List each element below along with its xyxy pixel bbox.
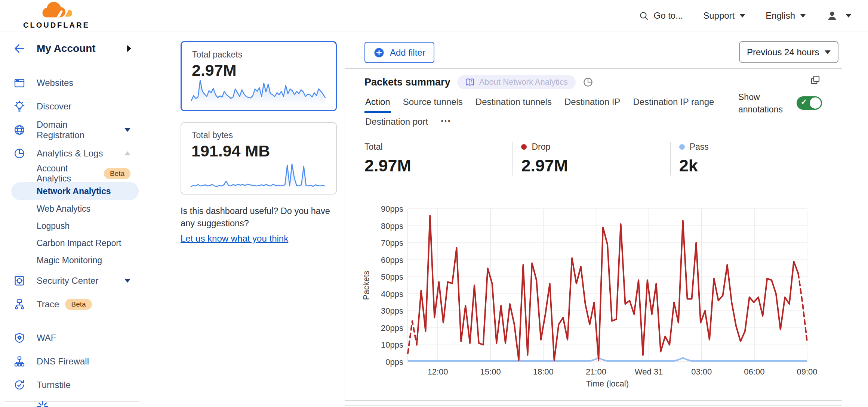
card-label: Total packets — [192, 50, 336, 60]
tab-destination-ip-range[interactable]: Destination IP range — [632, 93, 715, 113]
feedback-link[interactable]: Let us know what you think — [181, 232, 288, 245]
sidebar-item-label: Websites — [37, 78, 130, 88]
add-filter-button[interactable]: Add filter — [364, 42, 434, 63]
cloudflare-cloud-icon — [37, 2, 76, 21]
panel-header: Packets summary About Network Analytics — [364, 75, 594, 89]
safe-icon — [13, 275, 25, 287]
chevron-up-icon — [124, 151, 130, 155]
sidebar-item-trace[interactable]: TraceBeta — [0, 292, 144, 316]
sidebar-subitem-carbon-impact-report[interactable]: Carbon Impact Report — [0, 234, 144, 252]
topbar: CLOUDFLARE Go to... Support English — [0, 0, 868, 31]
sidebar-item-analytics-logs[interactable]: Analytics & Logs — [0, 142, 144, 165]
total-label-row: Total — [364, 142, 512, 152]
tab-action[interactable]: Action — [364, 93, 391, 113]
card-label: Total bytes — [192, 130, 336, 140]
sidebar-subitem-account-analytics[interactable]: Account AnalyticsBeta — [0, 165, 144, 182]
account-header[interactable]: My Account — [0, 31, 144, 66]
sidebar-subitem-label: Web Analytics — [37, 204, 90, 214]
sidebar-item-waf[interactable]: WAF — [0, 326, 144, 349]
dns-tree-icon — [13, 355, 25, 367]
sidebar-subitem-logpush[interactable]: Logpush — [0, 217, 144, 234]
next-panel-edge — [345, 405, 842, 407]
svg-text:18:00: 18:00 — [533, 367, 554, 376]
svg-text:30pps: 30pps — [381, 306, 403, 316]
language-menu[interactable]: English — [766, 10, 806, 21]
dimension-tabs: ActionSource tunnelsDestination tunnelsD… — [364, 93, 725, 133]
sidebar-item-label: Security Center — [37, 276, 113, 286]
sidebar-item-turnstile[interactable]: Turnstile — [0, 373, 144, 397]
back-arrow-icon[interactable] — [13, 42, 26, 55]
sidebar-item-label: Discover — [37, 101, 130, 112]
chevron-right-icon[interactable] — [127, 45, 131, 52]
chevron-down-icon — [846, 14, 852, 18]
language-label: English — [766, 10, 795, 21]
total-label: Drop — [532, 142, 550, 152]
goto-label: Go to... — [654, 10, 683, 21]
expand-panel-icon[interactable] — [810, 74, 821, 86]
time-range-button[interactable]: Previous 24 hours — [739, 41, 838, 63]
data-source-pie-icon[interactable] — [582, 77, 594, 88]
total-packets-card[interactable]: Total packets 2.97M — [181, 41, 337, 111]
total-label: Pass — [690, 142, 709, 152]
tab-destination-ip[interactable]: Destination IP — [564, 93, 621, 113]
packets-chart-svg: 0pps10pps20pps30pps40pps50pps60pps70pps8… — [352, 204, 819, 394]
total-column-pass: Pass2k — [670, 142, 828, 175]
total-label-row: Pass — [679, 142, 828, 152]
sidebar-item-websites[interactable]: Websites — [0, 71, 144, 94]
goto-search[interactable]: Go to... — [638, 10, 683, 21]
sidebar-subitem-web-analytics[interactable]: Web Analytics — [0, 200, 144, 217]
svg-text:Wed 31: Wed 31 — [635, 367, 663, 376]
tab-destination-tunnels[interactable]: Destination tunnels — [475, 93, 552, 113]
support-label: Support — [703, 10, 735, 21]
sidebar-subitem-magic-monitoring[interactable]: Magic Monitoring — [0, 252, 144, 269]
total-bytes-card[interactable]: Total bytes 191.94 MB — [181, 122, 337, 195]
zero-trust-icon[interactable] — [36, 400, 49, 407]
svg-text:03:00: 03:00 — [691, 367, 712, 376]
user-icon — [826, 10, 838, 22]
sidebar-item-domain-registration[interactable]: Domain Registration — [0, 118, 144, 142]
plus-circle-icon — [373, 47, 385, 58]
add-filter-label: Add filter — [390, 47, 425, 58]
tab-source-tunnels[interactable]: Source tunnels — [402, 93, 464, 113]
total-column-total: Total2.97M — [364, 142, 512, 175]
about-network-analytics-tag[interactable]: About Network Analytics — [457, 75, 576, 89]
svg-text:21:00: 21:00 — [586, 367, 606, 376]
sidebar-item-label: TraceBeta — [37, 299, 130, 310]
chevron-down-icon — [739, 14, 745, 18]
svg-text:20pps: 20pps — [381, 323, 403, 333]
toggle-knob — [810, 97, 821, 109]
sidebar-item-security-center[interactable]: Security Center — [0, 269, 144, 292]
sidebar-item-label: Turnstile — [37, 380, 130, 390]
panel-title: Packets summary — [364, 77, 450, 88]
svg-text:40pps: 40pps — [381, 289, 403, 299]
chevron-down-icon — [124, 279, 130, 283]
sidebar-nav: WebsitesDiscoverDomain RegistrationAnaly… — [0, 66, 144, 402]
chevron-down-icon — [800, 14, 806, 18]
beta-badge: Beta — [65, 299, 92, 310]
svg-text:70pps: 70pps — [381, 238, 403, 248]
svg-text:90pps: 90pps — [381, 204, 403, 214]
sidebar-subitem-label: Network Analytics — [37, 186, 111, 196]
tab-destination-port[interactable]: Destination port — [364, 113, 429, 133]
cloudflare-logo[interactable]: CLOUDFLARE — [23, 2, 90, 29]
check-icon: ✓ — [801, 97, 807, 106]
analytics-pie-icon — [13, 147, 25, 159]
feedback-question: Is this dashboard useful? Do you have an… — [181, 205, 342, 230]
show-annotations-toggle[interactable]: ✓ — [797, 96, 822, 110]
sidebar-item-dns-firewall[interactable]: DNS Firewall — [0, 349, 144, 373]
svg-text:50pps: 50pps — [381, 272, 403, 282]
total-bytes-sparkline — [190, 160, 326, 191]
svg-text:Time (local): Time (local) — [586, 379, 629, 388]
turnstile-icon — [13, 379, 25, 391]
series-dot — [679, 144, 685, 150]
svg-text:60pps: 60pps — [381, 255, 403, 265]
sidebar-item-label: DNS Firewall — [37, 356, 130, 367]
tabs-overflow-icon[interactable]: ... — [440, 113, 452, 133]
sidebar-subitem-network-analytics[interactable]: Network Analytics — [11, 182, 139, 200]
cloudflare-wordmark: CLOUDFLARE — [23, 21, 90, 29]
sidebar-item-discover[interactable]: Discover — [0, 94, 144, 118]
sidebar-item-label: Domain Registration — [37, 119, 113, 140]
sidebar-divider — [5, 321, 139, 321]
support-menu[interactable]: Support — [703, 10, 745, 21]
account-menu[interactable] — [826, 10, 852, 22]
